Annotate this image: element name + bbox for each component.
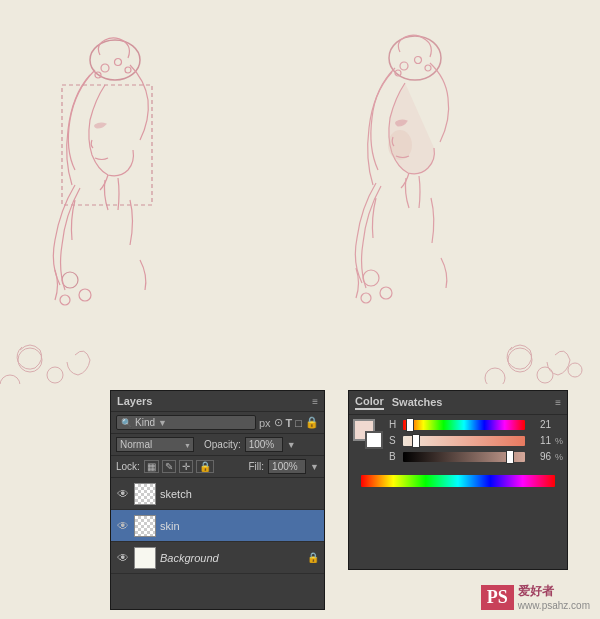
lock-all-icon[interactable]: 🔒 [196, 460, 214, 473]
watermark-site-text: 爱好者 [518, 583, 590, 600]
svg-point-1 [101, 64, 109, 72]
blend-mode-wrapper[interactable]: Normal Dissolve Multiply Screen Overlay [116, 437, 194, 452]
blend-opacity-row: Normal Dissolve Multiply Screen Overlay … [111, 434, 324, 456]
watermark-text-block: 爱好者 www.psahz.com [518, 583, 590, 611]
layer-lock-background-icon: 🔒 [307, 552, 319, 563]
layers-search-box[interactable]: 🔍 Kind ▼ [116, 415, 256, 430]
saturation-unit: % [555, 436, 563, 446]
layers-panel-title: Layers [117, 395, 152, 407]
background-swatch[interactable] [365, 431, 383, 449]
filter-smart-icon[interactable]: 🔒 [305, 416, 319, 429]
layer-thumb-sketch [134, 483, 156, 505]
filter-icons: px ⊙ T □ 🔒 [259, 416, 319, 429]
opacity-label: Opacity: [204, 439, 241, 450]
fill-input[interactable]: 100% [268, 459, 306, 474]
layers-search-row: 🔍 Kind ▼ px ⊙ T □ 🔒 [111, 412, 324, 434]
svg-point-2 [115, 59, 122, 66]
layers-panel-menu-icon[interactable]: ≡ [312, 396, 318, 407]
opacity-input[interactable]: 100% [245, 437, 283, 452]
brightness-thumb [506, 450, 514, 464]
color-tab[interactable]: Color [355, 395, 384, 410]
brightness-unit: % [555, 452, 563, 462]
svg-point-3 [125, 67, 131, 73]
layer-name-background: Background [160, 552, 303, 564]
brightness-slider-row: B 96 % [389, 451, 563, 462]
svg-rect-5 [62, 85, 152, 205]
lock-label: Lock: [116, 461, 140, 472]
svg-point-21 [508, 348, 532, 372]
watermark-ps-text: PS [481, 585, 514, 610]
color-panel-header: Color Swatches ≡ [349, 391, 567, 415]
lock-fill-row: Lock: ▦ ✎ ✛ 🔒 Fill: 100% ▼ [111, 456, 324, 478]
fill-dropdown-arrow[interactable]: ▼ [310, 462, 319, 472]
svg-point-7 [79, 289, 91, 301]
brightness-slider[interactable] [403, 452, 525, 462]
spectrum-bar-container [349, 467, 567, 493]
blend-mode-select[interactable]: Normal Dissolve Multiply Screen Overlay [116, 437, 194, 452]
svg-point-16 [380, 287, 392, 299]
saturation-value: 11 [529, 435, 551, 446]
hue-thumb [406, 418, 414, 432]
layer-name-skin: skin [160, 520, 319, 532]
svg-point-8 [60, 295, 70, 305]
brightness-value: 96 [529, 451, 551, 462]
color-sliders-container: H 21 S 11 % B [383, 419, 563, 467]
layer-name-sketch: sketch [160, 488, 319, 500]
filter-px-icon[interactable]: px [259, 417, 271, 429]
watermark: PS 爱好者 www.psahz.com [481, 583, 590, 611]
hue-slider[interactable] [403, 420, 525, 430]
brightness-label: B [389, 451, 399, 462]
svg-point-10 [400, 62, 408, 70]
hue-slider-row: H 21 [389, 419, 563, 430]
swatches-tab[interactable]: Swatches [392, 396, 443, 409]
color-panel: Color Swatches ≡ H 21 S [348, 390, 568, 570]
search-icon: 🔍 [121, 418, 132, 428]
svg-point-6 [62, 272, 78, 288]
hue-value: 21 [529, 419, 551, 430]
opacity-dropdown-arrow[interactable]: ▼ [287, 440, 296, 450]
layer-row-background[interactable]: 👁 Background 🔒 [111, 542, 324, 574]
svg-point-17 [361, 293, 371, 303]
filter-adjust-icon[interactable]: ⊙ [274, 416, 283, 429]
layer-visibility-background[interactable]: 👁 [116, 551, 130, 565]
fill-label: Fill: [249, 461, 265, 472]
svg-point-12 [425, 65, 431, 71]
svg-point-19 [47, 367, 63, 383]
saturation-thumb [412, 434, 420, 448]
lock-transparent-icon[interactable]: ▦ [144, 460, 159, 473]
layers-panel: Layers ≡ 🔍 Kind ▼ px ⊙ T □ 🔒 Normal Diss… [110, 390, 325, 610]
layer-thumb-skin [134, 515, 156, 537]
lock-paint-icon[interactable]: ✎ [162, 460, 176, 473]
canvas-area [0, 0, 600, 390]
layer-thumb-background [134, 547, 156, 569]
watermark-url: www.psahz.com [518, 600, 590, 611]
saturation-slider-row: S 11 % [389, 435, 563, 446]
layer-row-sketch[interactable]: 👁 sketch [111, 478, 324, 510]
svg-point-18 [18, 348, 42, 372]
layer-visibility-skin[interactable]: 👁 [116, 519, 130, 533]
layers-panel-header: Layers ≡ [111, 391, 324, 412]
svg-point-24 [568, 363, 582, 377]
fg-bg-swatches [353, 419, 383, 449]
lock-icons: ▦ ✎ ✛ 🔒 [144, 460, 214, 473]
color-panel-menu-icon[interactable]: ≡ [555, 397, 561, 408]
saturation-label: S [389, 435, 399, 446]
kind-label: Kind [135, 417, 155, 428]
layer-row-skin[interactable]: 👁 skin [111, 510, 324, 542]
color-spectrum-bar[interactable] [361, 475, 555, 487]
hue-label: H [389, 419, 399, 430]
svg-point-14 [388, 130, 412, 160]
svg-point-22 [537, 367, 553, 383]
saturation-slider[interactable] [403, 436, 525, 446]
kind-dropdown-arrow[interactable]: ▼ [158, 418, 167, 428]
filter-shape-icon[interactable]: □ [295, 417, 302, 429]
svg-point-15 [363, 270, 379, 286]
svg-point-11 [415, 57, 422, 64]
filter-text-icon[interactable]: T [286, 417, 293, 429]
lock-position-icon[interactable]: ✛ [179, 460, 193, 473]
layer-visibility-sketch[interactable]: 👁 [116, 487, 130, 501]
